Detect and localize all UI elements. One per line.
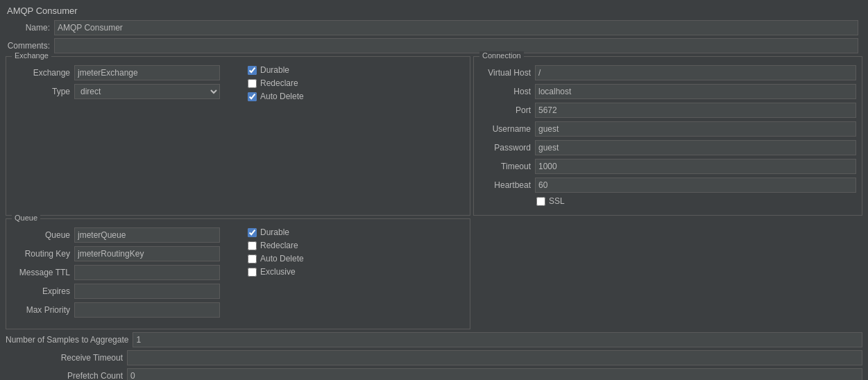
exchange-redeclare-label: Redeclare [260, 78, 298, 88]
virtual-host-input[interactable] [535, 65, 856, 80]
receive-timeout-label: Receive Timeout [6, 353, 127, 363]
timeout-label: Timeout [479, 162, 535, 171]
type-field-label: Type [12, 87, 74, 96]
expires-input[interactable] [74, 284, 220, 299]
expires-label: Expires [12, 286, 74, 296]
queue-exclusive-checkbox[interactable] [248, 268, 257, 277]
samples-label: Number of Samples to Aggregate [6, 335, 133, 345]
queue-exclusive-label: Exclusive [260, 267, 296, 277]
heartbeat-input[interactable] [535, 178, 856, 193]
exchange-durable-label: Durable [260, 65, 289, 75]
password-input[interactable] [535, 140, 856, 155]
port-label: Port [479, 105, 535, 115]
ssl-label: SSL [549, 196, 565, 206]
type-select[interactable]: direct topic fanout headers [74, 84, 220, 99]
max-priority-input[interactable] [74, 302, 220, 318]
queue-input[interactable] [74, 227, 220, 243]
heartbeat-label: Heartbeat [479, 180, 535, 190]
name-input[interactable] [54, 20, 858, 35]
message-ttl-input[interactable] [74, 265, 220, 280]
queue-durable-checkbox[interactable] [248, 228, 257, 237]
receive-timeout-input[interactable] [127, 350, 862, 365]
connection-group-title: Connection [479, 51, 524, 60]
ssl-checkbox[interactable] [536, 197, 545, 206]
queue-redeclare-label: Redeclare [260, 241, 298, 250]
exchange-durable-checkbox[interactable] [248, 66, 257, 75]
exchange-field-label: Exchange [12, 68, 74, 78]
max-priority-label: Max Priority [12, 305, 74, 315]
password-label: Password [479, 143, 535, 153]
routing-key-input[interactable] [74, 246, 220, 261]
queue-auto-delete-label: Auto Delete [260, 254, 304, 264]
comments-label: Comments: [6, 41, 54, 51]
exchange-input[interactable] [74, 65, 220, 80]
virtual-host-label: Virtual Host [479, 68, 535, 78]
message-ttl-label: Message TTL [12, 268, 74, 277]
queue-group-title: Queue [12, 214, 40, 222]
exchange-redeclare-checkbox[interactable] [248, 79, 257, 88]
queue-auto-delete-checkbox[interactable] [248, 254, 257, 264]
name-label: Name: [6, 23, 54, 33]
prefetch-count-label: Prefetch Count [6, 371, 127, 380]
host-input[interactable] [535, 84, 856, 99]
queue-field-label: Queue [12, 230, 74, 240]
exchange-auto-delete-checkbox[interactable] [248, 92, 257, 101]
exchange-group-title: Exchange [12, 51, 51, 60]
page-title: AMQP Consumer [0, 0, 868, 20]
routing-key-label: Routing Key [12, 249, 74, 259]
queue-durable-label: Durable [260, 227, 289, 237]
timeout-input[interactable] [535, 159, 856, 174]
queue-redeclare-checkbox[interactable] [248, 241, 257, 250]
username-label: Username [479, 124, 535, 134]
samples-input[interactable] [133, 332, 862, 347]
exchange-auto-delete-label: Auto Delete [260, 92, 304, 101]
host-label: Host [479, 87, 535, 96]
prefetch-count-input[interactable] [127, 368, 862, 380]
comments-input[interactable] [54, 38, 858, 53]
username-input[interactable] [535, 121, 856, 137]
port-input[interactable] [535, 103, 856, 118]
